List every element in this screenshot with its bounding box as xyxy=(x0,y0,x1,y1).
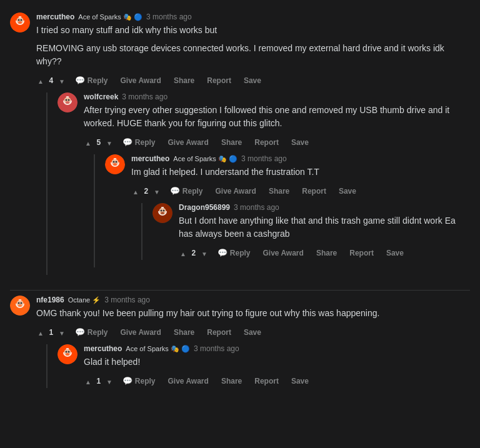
vote-count: 1 xyxy=(48,328,55,337)
user-flair: Ace of Sparks 🎭 🔵 xyxy=(126,345,190,353)
give-award-button[interactable]: Give Award xyxy=(117,74,165,87)
report-button[interactable]: Report xyxy=(203,74,235,87)
comment-meta: mercutheo Ace of Sparks 🎭 🔵 3 months ago xyxy=(84,344,470,353)
upvote-button[interactable] xyxy=(84,375,92,387)
upvote-button[interactable] xyxy=(36,74,45,87)
share-button[interactable]: Share xyxy=(170,326,198,339)
upvote-button[interactable] xyxy=(131,185,140,197)
give-award-button[interactable]: Give Award xyxy=(164,374,212,388)
downvote-icon xyxy=(154,186,160,196)
comment-preview-text: OMG thank you! Ive been pulling my hair … xyxy=(36,307,470,320)
user-flair: Octane ⚡ xyxy=(68,296,101,304)
timestamp: 3 months ago xyxy=(194,344,239,353)
comment-actions: 5 💬 Reply Give Award Share Report Save xyxy=(84,135,470,149)
username: mercutheo xyxy=(84,344,122,353)
vote-count: 2 xyxy=(142,187,150,196)
nested-comments: Dragon956899 3 months ago But I dont hav… xyxy=(141,203,470,260)
give-award-button[interactable]: Give Award xyxy=(117,326,165,339)
upvote-button[interactable] xyxy=(36,326,45,339)
timestamp: 3 months ago xyxy=(122,92,168,101)
svg-point-13 xyxy=(66,99,68,101)
svg-point-23 xyxy=(113,163,117,166)
vote-section: 1 xyxy=(36,326,66,339)
vote-count: 4 xyxy=(48,76,55,85)
save-button[interactable]: Save xyxy=(240,326,265,339)
give-award-button[interactable]: Give Award xyxy=(259,246,308,260)
comment-text: After trying every other suggestion I fo… xyxy=(84,104,470,130)
report-button[interactable]: Report xyxy=(251,374,282,388)
vote-count: 5 xyxy=(95,138,102,147)
vote-count: 1 xyxy=(95,377,102,386)
comment: Dragon956899 3 months ago But I dont hav… xyxy=(152,203,470,260)
upvote-icon xyxy=(85,376,91,386)
comment-text: Glad it helped! xyxy=(84,356,470,369)
report-button[interactable]: Report xyxy=(298,184,330,198)
svg-point-5 xyxy=(18,19,20,21)
comment-body-text: REMOVING any usb storage devices connect… xyxy=(36,42,470,68)
give-award-button[interactable]: Give Award xyxy=(212,184,260,198)
comment-body: mercutheo Ace of Sparks 🎭 🔵 3 months ago… xyxy=(131,154,470,267)
downvote-icon xyxy=(106,137,112,147)
upvote-button[interactable] xyxy=(179,247,188,259)
avatar xyxy=(58,344,78,364)
username: wolfcreek xyxy=(84,92,118,101)
svg-point-31 xyxy=(161,212,164,214)
reply-button[interactable]: 💬 Reply xyxy=(71,73,112,87)
svg-point-47 xyxy=(66,353,69,356)
save-button[interactable]: Save xyxy=(382,246,408,260)
upvote-icon xyxy=(38,76,44,86)
vote-section: 2 xyxy=(131,185,161,197)
vote-count: 2 xyxy=(190,249,198,257)
save-button[interactable]: Save xyxy=(240,74,265,87)
downvote-icon xyxy=(59,327,65,337)
chat-icon: 💬 xyxy=(75,76,85,85)
downvote-button[interactable] xyxy=(105,375,114,387)
downvote-button[interactable] xyxy=(58,326,66,339)
share-button[interactable]: Share xyxy=(265,184,293,198)
downvote-icon xyxy=(201,248,208,258)
username: Dragon956899 xyxy=(179,203,230,212)
comment-thread: mercutheo Ace of Sparks 🎭 🔵 3 months ago… xyxy=(10,7,470,408)
reply-button[interactable]: 💬 Reply xyxy=(71,325,112,339)
svg-point-39 xyxy=(18,304,22,307)
save-button[interactable]: Save xyxy=(288,136,312,149)
save-button[interactable]: Save xyxy=(335,184,360,198)
upvote-icon xyxy=(38,327,44,337)
upvote-button[interactable] xyxy=(84,136,92,149)
reply-button[interactable]: 💬 Reply xyxy=(119,135,159,149)
downvote-button[interactable] xyxy=(58,74,66,87)
divider xyxy=(10,290,470,291)
chat-icon: 💬 xyxy=(170,186,180,196)
save-button[interactable]: Save xyxy=(288,374,312,388)
svg-point-22 xyxy=(116,161,118,163)
reply-button[interactable]: 💬 Reply xyxy=(214,246,254,260)
report-button[interactable]: Report xyxy=(251,136,282,149)
downvote-icon xyxy=(106,376,112,386)
upvote-icon xyxy=(85,137,91,147)
svg-point-15 xyxy=(66,101,69,104)
timestamp: 3 months ago xyxy=(234,203,279,212)
reply-button[interactable]: 💬 Reply xyxy=(119,374,159,388)
share-button[interactable]: Share xyxy=(218,136,246,149)
report-button[interactable]: Report xyxy=(203,326,235,339)
avatar xyxy=(58,92,78,112)
share-button[interactable]: Share xyxy=(218,374,246,388)
give-award-button[interactable]: Give Award xyxy=(164,136,212,149)
comment: mercutheo Ace of Sparks 🎭 🔵 3 months ago… xyxy=(105,154,470,267)
report-button[interactable]: Report xyxy=(346,246,378,260)
downvote-button[interactable] xyxy=(105,136,114,149)
chat-icon: 💬 xyxy=(122,137,132,147)
top-comment: nfe1986 Octane ⚡ 3 months ago OMG thank … xyxy=(10,296,470,396)
user-flair: Ace of Sparks 🎭 🔵 xyxy=(173,155,238,163)
downvote-button[interactable] xyxy=(200,247,209,259)
share-button[interactable]: Share xyxy=(170,74,198,87)
svg-point-29 xyxy=(161,210,162,212)
comment-body: mercutheo Ace of Sparks 🎭 🔵 3 months ago… xyxy=(36,12,470,282)
share-button[interactable]: Share xyxy=(312,246,341,260)
upvote-icon xyxy=(132,186,139,196)
vote-section: 1 xyxy=(84,375,114,387)
downvote-button[interactable] xyxy=(152,185,161,197)
comment-body: wolfcreek 3 months ago After trying ever… xyxy=(84,92,470,275)
reply-button[interactable]: 💬 Reply xyxy=(166,184,207,198)
svg-point-21 xyxy=(113,161,115,163)
